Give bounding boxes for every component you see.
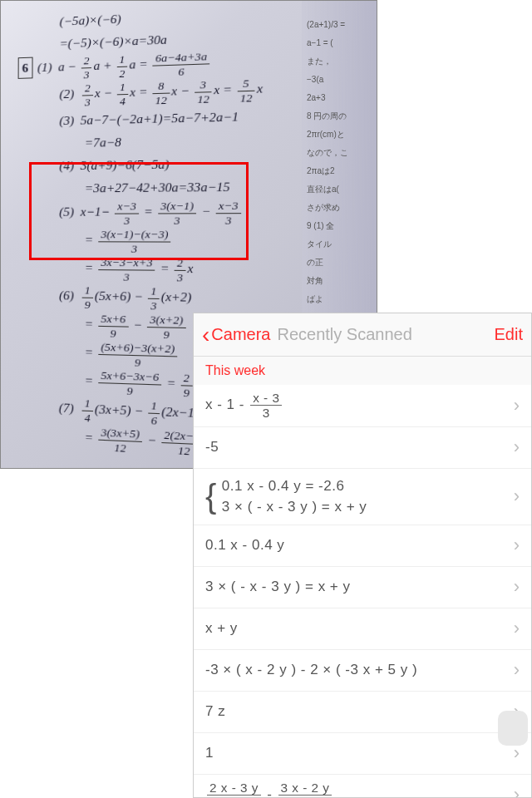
list-item[interactable]: -5› (194, 427, 531, 469)
section-header: This week (194, 357, 531, 385)
list-item[interactable]: {0.1 x - 0.4 y = -2.63 × ( - x - 3 y ) =… (194, 469, 531, 525)
list-item[interactable]: x - 1 - x - 33› (194, 385, 531, 427)
back-button[interactable]: Camera (211, 325, 270, 344)
chevron-right-icon: › (514, 784, 520, 797)
nav-bar: ‹ Camera Recently Scanned Edit (194, 313, 531, 357)
list-item[interactable]: 1› (194, 733, 531, 775)
edit-button[interactable]: Edit (495, 325, 523, 344)
list-item-expression: x + y (205, 620, 514, 637)
chevron-right-icon: › (514, 395, 520, 416)
chevron-right-icon: › (514, 659, 520, 681)
list-item[interactable]: 3 × ( - x - 3 y ) = x + y› (194, 567, 531, 608)
list-item-expression: 2 x - 3 y5 - 3 x - 2 y4 (205, 781, 514, 797)
list-item-expression: 3 × ( - x - 3 y ) = x + y (205, 579, 514, 595)
list-item[interactable]: 0.1 x - 0.4 y› (194, 525, 531, 567)
list-item-expression: -3 × ( x - 2 y ) - 2 × ( -3 x + 5 y ) (205, 662, 514, 678)
list-item[interactable]: -3 × ( x - 2 y ) - 2 × ( -3 x + 5 y )› (194, 650, 531, 692)
back-chevron-icon[interactable]: ‹ (202, 322, 209, 348)
list-item-expression: 1 (205, 745, 514, 761)
chevron-right-icon: › (514, 618, 520, 639)
list-item[interactable]: x + y› (194, 608, 531, 650)
list-item-expression: {0.1 x - 0.4 y = -2.63 × ( - x - 3 y ) =… (205, 475, 514, 518)
scroll-thumb[interactable] (498, 711, 528, 746)
list-item-expression: 7 z (205, 703, 514, 720)
list-item[interactable]: 7 z› (194, 692, 531, 733)
chevron-right-icon: › (514, 534, 520, 556)
scan-list: x - 1 - x - 33›-5›{0.1 x - 0.4 y = -2.63… (194, 385, 531, 797)
list-item-expression: x - 1 - x - 33 (205, 392, 514, 420)
chevron-right-icon: › (514, 576, 520, 598)
list-item-expression: -5 (205, 439, 514, 456)
nav-title: Recently Scanned (277, 325, 494, 344)
list-item-expression: 0.1 x - 0.4 y (205, 537, 514, 554)
chevron-right-icon: › (514, 485, 520, 507)
list-item[interactable]: 2 x - 3 y5 - 3 x - 2 y4› (194, 775, 531, 797)
chevron-right-icon: › (514, 436, 520, 458)
app-panel: ‹ Camera Recently Scanned Edit This week… (193, 313, 532, 798)
